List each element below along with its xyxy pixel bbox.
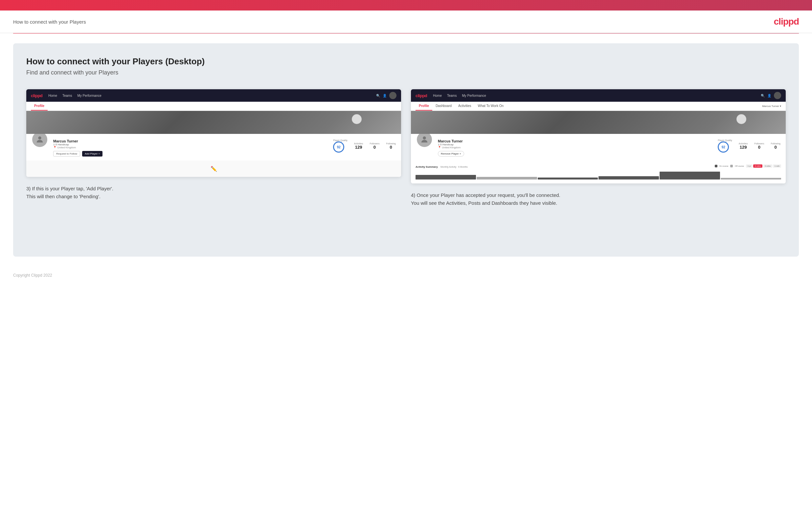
request-follow-button[interactable]: Request to Follow [53, 151, 80, 157]
nav-teams-right[interactable]: Teams [447, 94, 457, 98]
mock-nav-items-right: Home Teams My Performance [433, 94, 755, 98]
tab-what-to-work-on-right[interactable]: What To Work On [475, 102, 507, 111]
header: How to connect with your Players clippd [0, 10, 812, 33]
mock-nav-left: clippd Home Teams My Performance 🔍 👤 [26, 89, 401, 102]
player-handicap-right: 1-5 Handicap [438, 143, 712, 146]
header-title: How to connect with your Players [13, 19, 86, 24]
hero-image-right [411, 111, 786, 134]
activities-value-right: 129 [739, 145, 748, 150]
logo: clippd [774, 16, 799, 27]
desc-left: 3) If this is your Player tap, 'Add Play… [26, 185, 401, 201]
chart-area [415, 171, 781, 181]
time-btn-3mths[interactable]: 3 mths [763, 164, 772, 168]
hero-circle-left [352, 114, 362, 124]
player-name-left: Marcus Turner [53, 139, 328, 143]
remove-player-button[interactable]: Remove Player × [438, 151, 464, 157]
quality-circle-right: 92 [718, 142, 729, 153]
svg-point-1 [423, 136, 426, 139]
screenshot-right-col: clippd Home Teams My Performance 🔍 👤 [411, 89, 786, 207]
nav-myperformance-left[interactable]: My Performance [77, 94, 101, 98]
tab-dashboard-right[interactable]: Dashboard [432, 102, 455, 111]
legend-oncourse-label: On course [719, 165, 728, 167]
nav-myperformance-right[interactable]: My Performance [462, 94, 486, 98]
followers-stat-left: Followers 0 [369, 143, 379, 150]
activities-stat-right: Activities 129 [739, 143, 748, 150]
legend-offcourse-dot [730, 165, 733, 167]
time-btn-1yr[interactable]: 1 yr [746, 164, 753, 168]
desc-right: 4) Once your Player has accepted your re… [411, 191, 786, 207]
svg-point-0 [38, 136, 41, 139]
player-location-right: 📍 United Kingdom [438, 146, 712, 149]
time-btn-6mths[interactable]: 6 mths [753, 164, 762, 168]
following-label-left: Following [386, 143, 396, 145]
page-heading: How to connect with your Players (Deskto… [26, 56, 786, 67]
mock-browser-right: clippd Home Teams My Performance 🔍 👤 [411, 89, 786, 183]
player-quality-left: Player Quality 92 [333, 139, 348, 153]
following-value-right: 0 [771, 145, 780, 150]
main-content: How to connect with your Players (Deskto… [13, 43, 799, 257]
following-value-left: 0 [386, 145, 396, 150]
hero-circle-right [737, 114, 746, 124]
profile-info-left: Marcus Turner 1-5 Handicap 📍 United King… [53, 138, 328, 157]
activities-label-left: Activities [354, 143, 363, 145]
quality-label-right: Player Quality [718, 139, 732, 142]
tab-profile-right[interactable]: Profile [415, 102, 432, 111]
copyright-text: Copyright Clippd 2022 [13, 273, 52, 278]
user-icon-right[interactable]: 👤 [767, 94, 771, 98]
search-icon-left[interactable]: 🔍 [376, 94, 380, 98]
following-label-right: Following [771, 143, 780, 145]
chart-bar-4 [599, 176, 659, 179]
hero-image-left [26, 111, 401, 134]
mock-nav-right: clippd Home Teams My Performance 🔍 👤 [411, 89, 786, 102]
remove-player-btn-wrapper: Remove Player × [438, 149, 712, 157]
mock-nav-icons-left: 🔍 👤 [376, 92, 397, 99]
time-btn-1mth[interactable]: 1 mth [773, 164, 781, 168]
legend-oncourse-dot [715, 165, 717, 167]
mock-browser-left: clippd Home Teams My Performance 🔍 👤 Pro… [26, 89, 401, 177]
chart-bar-2 [476, 177, 537, 179]
avatar-left[interactable] [389, 92, 397, 99]
followers-value-left: 0 [369, 145, 379, 150]
nav-home-right[interactable]: Home [433, 94, 442, 98]
profile-area-right: Marcus Turner 1-5 Handicap 📍 United King… [411, 134, 786, 161]
player-stats-right: Player Quality 92 Activities 129 Followe… [718, 138, 780, 153]
nav-home-left[interactable]: Home [48, 94, 57, 98]
add-player-button[interactable]: Add Player + [82, 151, 102, 157]
nav-teams-left[interactable]: Teams [62, 94, 72, 98]
chart-legend: On course Off course [715, 165, 744, 167]
activity-title: Activity Summary [415, 165, 438, 168]
following-stat-right: Following 0 [771, 143, 780, 150]
avatar-icon-left [35, 135, 44, 144]
avatar-icon-right [420, 135, 429, 144]
player-quality-right: Player Quality 92 [718, 139, 732, 153]
footer: Copyright Clippd 2022 [0, 267, 812, 284]
activity-period: Monthly Activity · 6 Months [439, 166, 468, 168]
mock-bottom-left: ✏️ [26, 161, 401, 177]
activity-controls: On course Off course 1 yr 6 mths 3 mths … [715, 164, 781, 168]
quality-circle-left: 92 [333, 142, 344, 153]
avatar-right[interactable] [774, 92, 781, 99]
tab-profile-left[interactable]: Profile [31, 102, 48, 111]
page-subheading: Find and connect with your Players [26, 69, 786, 76]
quality-label-left: Player Quality [333, 139, 348, 142]
time-buttons: 1 yr 6 mths 3 mths 1 mth [746, 164, 781, 168]
profile-info-right: Marcus Turner 1-5 Handicap 📍 United King… [438, 138, 712, 157]
player-handicap-left: 1-5 Handicap [53, 143, 328, 146]
followers-stat-right: Followers 0 [754, 143, 764, 150]
header-divider [13, 33, 799, 34]
mock-logo-left: clippd [31, 93, 42, 98]
activity-section-right: Activity Summary Monthly Activity · 6 Mo… [411, 161, 786, 183]
tab-activities-right[interactable]: Activities [455, 102, 474, 111]
screenshot-left-col: clippd Home Teams My Performance 🔍 👤 Pro… [26, 89, 401, 207]
following-stat-left: Following 0 [386, 143, 396, 150]
mock-nav-items-left: Home Teams My Performance [48, 94, 370, 98]
chart-bar-5 [660, 172, 720, 179]
search-icon-right[interactable]: 🔍 [761, 94, 765, 98]
activities-label-right: Activities [739, 143, 748, 145]
player-dropdown-right[interactable]: Marcus Turner ▾ [762, 105, 781, 108]
chart-bar-6 [721, 178, 781, 179]
followers-label-right: Followers [754, 143, 764, 145]
legend-offcourse-label: Off course [735, 165, 744, 167]
activities-stat-left: Activities 129 [354, 143, 363, 150]
user-icon-left[interactable]: 👤 [383, 94, 387, 98]
